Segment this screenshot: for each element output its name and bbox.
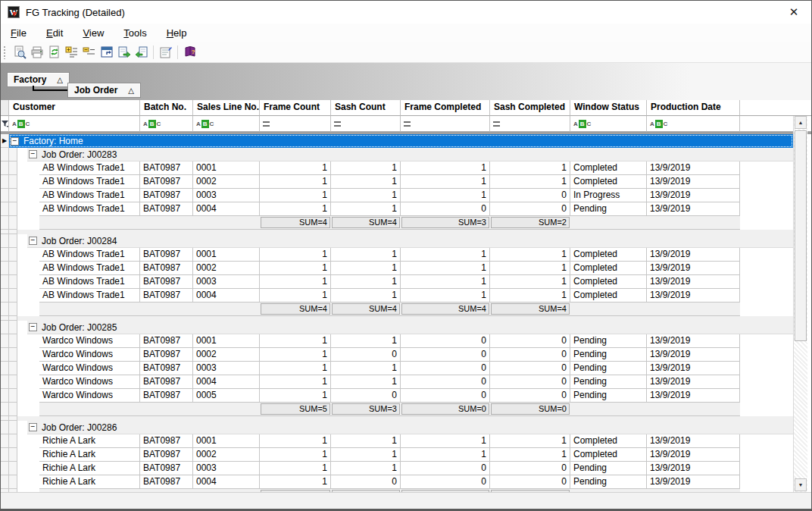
table-row[interactable]: Wardco Windows BAT0987 0001 1 1 0 0 Pend… — [1, 334, 793, 348]
menu-edit[interactable]: Edit — [39, 25, 70, 41]
column-header-window-status[interactable]: Window Status — [570, 100, 647, 116]
collapse-icon[interactable]: − — [29, 423, 37, 431]
factory-group-row-body[interactable]: − Factory: Home — [9, 134, 793, 148]
collapse-icon[interactable]: − — [29, 323, 37, 331]
row-indent — [17, 448, 39, 462]
print-button[interactable] — [28, 44, 45, 61]
cell-frame-completed: 1 — [401, 448, 490, 462]
export-next-icon — [117, 45, 131, 59]
focused-row-arrow-icon: ▶ — [2, 137, 7, 144]
filter-cell-sash-count[interactable] — [331, 116, 401, 132]
row-indent — [17, 248, 39, 262]
column-header-customer[interactable]: Customer — [9, 100, 140, 116]
cell-frame-completed: 0 — [401, 389, 490, 403]
cell-frame-completed: 1 — [401, 275, 490, 289]
table-row[interactable]: Richie A Lark BAT0987 0001 1 1 1 1 Compl… — [1, 434, 793, 448]
table-row[interactable]: AB Windows Trade1 BAT0987 0003 1 1 1 1 C… — [1, 275, 793, 289]
menu-tools[interactable]: Tools — [117, 25, 153, 41]
refresh-icon — [48, 45, 61, 59]
filter-cell-customer[interactable]: ABC — [9, 116, 140, 132]
scroll-down-button[interactable]: ▼ — [795, 478, 807, 491]
filter-cell-frame-count[interactable] — [260, 116, 331, 132]
group-row-job-order[interactable]: −Job Order: J00285 — [1, 321, 793, 334]
table-row[interactable]: AB Windows Trade1 BAT0987 0003 1 1 1 0 I… — [1, 189, 793, 202]
table-row[interactable]: Richie A Lark BAT0987 0004 1 0 0 0 Pendi… — [1, 475, 793, 489]
column-header-sash-completed[interactable]: Sash Completed — [490, 100, 570, 116]
cell-sash-completed: 0 — [490, 189, 570, 202]
collapse-icon[interactable]: − — [29, 237, 37, 245]
collapse-icon[interactable]: − — [11, 137, 19, 146]
table-row[interactable]: AB Windows Trade1 BAT0987 0001 1 1 1 1 C… — [1, 161, 793, 175]
sum-frame-count: SUM=5 — [261, 403, 330, 415]
cell-frame-completed: 1 — [401, 262, 490, 275]
job-order-group-row-body[interactable]: −Job Order: J00285 — [27, 321, 793, 334]
collapse-all-button[interactable] — [80, 44, 98, 61]
group-footer-strip: SUM=4 SUM=4 SUM=4 SUM=4 — [39, 303, 740, 316]
group-by-box-button[interactable] — [98, 44, 115, 61]
menu-file[interactable]: File — [4, 25, 33, 41]
column-header-frame-completed[interactable]: Frame Completed — [401, 100, 490, 116]
table-row[interactable]: AB Windows Trade1 BAT0987 0001 1 1 1 1 C… — [1, 248, 793, 262]
help-button[interactable]: ? — [181, 44, 198, 61]
row-indent — [17, 462, 39, 475]
expand-all-button[interactable] — [63, 44, 80, 61]
group-row-job-order[interactable]: −Job Order: J00284 — [1, 234, 793, 248]
scroll-down-icon: ▼ — [798, 482, 804, 487]
export-next-button[interactable] — [115, 44, 133, 61]
row-indicator-cell — [1, 375, 9, 389]
group-row-factory[interactable]: ▶ − Factory: Home — [1, 134, 793, 148]
filter-cell-production-date[interactable]: ABC — [647, 116, 740, 132]
job-order-group-row-body[interactable]: −Job Order: J00283 — [27, 148, 793, 161]
scroll-up-button[interactable]: ▲ — [795, 116, 807, 129]
menu-view[interactable]: View — [76, 25, 111, 41]
column-header-frame-count[interactable]: Frame Count — [260, 100, 331, 116]
table-row[interactable]: Richie A Lark BAT0987 0003 1 1 0 0 Pendi… — [1, 462, 793, 475]
menu-help[interactable]: Help — [160, 25, 194, 41]
column-header-production-date[interactable]: Production Date — [647, 100, 740, 116]
import-prev-button[interactable] — [133, 44, 150, 61]
scrollbar-thumb[interactable] — [795, 130, 807, 341]
cell-customer: Richie A Lark — [39, 448, 140, 462]
data-grid: Customer Batch No. Sales Line No. Frame … — [1, 100, 811, 492]
filter-cell-frame-completed[interactable] — [401, 116, 490, 132]
table-row[interactable]: Richie A Lark BAT0987 0002 1 1 1 1 Compl… — [1, 448, 793, 462]
table-row[interactable]: AB Windows Trade1 BAT0987 0002 1 1 1 1 C… — [1, 175, 793, 189]
column-header-sales-line-no[interactable]: Sales Line No. — [193, 100, 260, 116]
job-order-group-row-body[interactable]: −Job Order: J00284 — [27, 234, 793, 248]
table-row[interactable]: AB Windows Trade1 BAT0987 0004 1 1 1 1 C… — [1, 289, 793, 303]
table-row[interactable]: Wardco Windows BAT0987 0002 1 0 0 0 Pend… — [1, 348, 793, 362]
table-row[interactable]: AB Windows Trade1 BAT0987 0002 1 1 1 1 C… — [1, 262, 793, 275]
group-field-job-order[interactable]: Job Order △ — [67, 83, 141, 98]
group-rows: AB Windows Trade1 BAT0987 0001 1 1 1 1 C… — [1, 161, 793, 216]
group-row-job-order[interactable]: −Job Order: J00286 — [1, 421, 793, 434]
cell-production-date: 13/9/2019 — [647, 248, 740, 262]
filter-cell-window-status[interactable]: ABC — [570, 116, 647, 132]
cell-frame-completed: 0 — [401, 462, 490, 475]
column-header-sash-count[interactable]: Sash Count — [331, 100, 401, 116]
cell-sales-line-no: 0001 — [193, 248, 260, 262]
close-button[interactable]: ✕ — [776, 1, 811, 24]
collapse-icon[interactable]: − — [29, 150, 37, 158]
table-row[interactable]: AB Windows Trade1 BAT0987 0004 1 1 0 0 P… — [1, 202, 793, 216]
row-indicator-cell — [1, 148, 9, 161]
column-header-batch-no[interactable]: Batch No. — [140, 100, 193, 116]
table-row[interactable]: Wardco Windows BAT0987 0005 1 0 0 0 Pend… — [1, 389, 793, 403]
group-indent-cell — [9, 148, 17, 161]
table-row[interactable]: Wardco Windows BAT0987 0003 1 1 0 0 Pend… — [1, 362, 793, 375]
group-row-job-order[interactable]: −Job Order: J00283 — [1, 148, 793, 161]
print-preview-button[interactable] — [11, 44, 28, 61]
status-bar — [1, 492, 811, 509]
filter-cell-sash-completed[interactable] — [490, 116, 570, 132]
cell-sales-line-no: 0004 — [193, 289, 260, 303]
filter-cell-sales-line-no[interactable]: ABC — [193, 116, 260, 132]
properties-button[interactable] — [157, 44, 174, 61]
cell-window-status: Pending — [570, 202, 647, 216]
cell-window-status: In Progress — [570, 189, 647, 202]
group-field-factory[interactable]: Factory △ — [7, 72, 70, 87]
vertical-scrollbar[interactable]: ▲ ▼ — [793, 116, 807, 492]
refresh-button[interactable] — [45, 44, 63, 61]
cell-sash-completed: 0 — [490, 475, 570, 489]
job-order-group-row-body[interactable]: −Job Order: J00286 — [27, 421, 793, 434]
filter-cell-batch-no[interactable]: ABC — [140, 116, 193, 132]
table-row[interactable]: Wardco Windows BAT0987 0004 1 1 0 0 Pend… — [1, 375, 793, 389]
